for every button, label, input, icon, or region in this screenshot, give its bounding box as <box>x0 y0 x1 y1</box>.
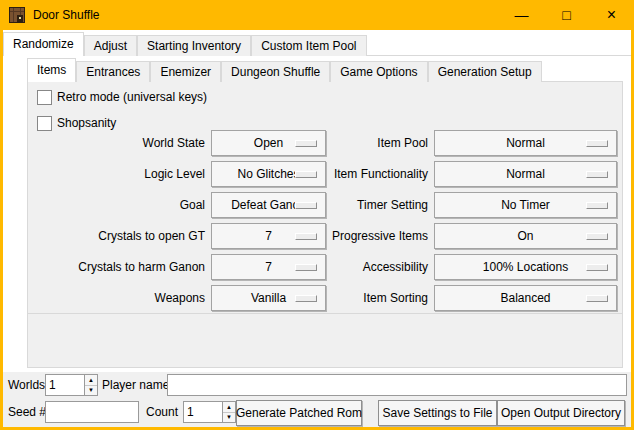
item-pool-label: Item Pool <box>253 130 428 156</box>
count-label: Count <box>146 401 178 423</box>
items-tab-page: Retro mode (universal keys) Shopsanity W… <box>27 82 623 368</box>
spinner-up-icon[interactable]: ▲ <box>85 375 97 386</box>
app-window: Door Shuffle — □ × Randomize Adjust Star… <box>0 0 634 430</box>
logic-level-label: Logic Level <box>33 161 205 187</box>
worlds-label: Worlds <box>8 374 45 396</box>
worlds-input[interactable] <box>45 374 84 396</box>
generate-patched-rom-button[interactable]: Generate Patched Rom <box>236 400 362 426</box>
world-state-label: World State <box>33 130 205 156</box>
window-content: Randomize Adjust Starting Inventory Cust… <box>3 30 631 427</box>
window-title: Door Shuffle <box>33 8 100 22</box>
spinner-down-icon[interactable]: ▼ <box>223 413 235 423</box>
dropdown-indicator-icon <box>586 233 608 240</box>
timer-setting-dropdown[interactable]: No Timer <box>434 192 617 218</box>
tab-adjust[interactable]: Adjust <box>84 35 137 56</box>
weapons-label: Weapons <box>33 285 205 311</box>
bottom-controls: Worlds ▲ ▼ Player names Seed # Count ▲ ▼ <box>3 372 631 427</box>
app-icon <box>9 7 25 23</box>
count-spinner-arrows[interactable]: ▲ ▼ <box>222 401 236 423</box>
tab-starting-inventory[interactable]: Starting Inventory <box>137 35 251 56</box>
dropdown-indicator-icon <box>586 140 608 147</box>
spinner-down-icon[interactable]: ▼ <box>85 386 97 396</box>
progressive-items-dropdown[interactable]: On <box>434 223 617 249</box>
minimize-button[interactable]: — <box>499 0 544 30</box>
seed-label: Seed # <box>8 401 46 423</box>
count-input[interactable] <box>183 401 222 423</box>
tab-game-options[interactable]: Game Options <box>330 61 427 82</box>
worlds-spinner: ▲ ▼ <box>45 374 98 396</box>
tab-custom-item-pool[interactable]: Custom Item Pool <box>251 35 366 56</box>
dropdown-indicator-icon <box>586 295 608 302</box>
tab-dungeon-shuffle[interactable]: Dungeon Shuffle <box>221 61 330 82</box>
close-button[interactable]: × <box>589 0 634 30</box>
shopsanity-checkbox[interactable] <box>37 116 52 131</box>
count-spinner: ▲ ▼ <box>183 401 236 423</box>
tab-randomize[interactable]: Randomize <box>3 32 84 56</box>
crystals-ganon-label: Crystals to harm Ganon <box>33 254 205 280</box>
panel-divider <box>28 313 622 314</box>
tab-enemizer[interactable]: Enemizer <box>150 61 221 82</box>
progressive-items-label: Progressive Items <box>253 223 428 249</box>
shopsanity-label: Shopsanity <box>57 116 116 130</box>
tab-entrances[interactable]: Entrances <box>76 61 150 82</box>
item-pool-dropdown[interactable]: Normal <box>434 130 617 156</box>
title-bar[interactable]: Door Shuffle — □ × <box>0 0 634 30</box>
worlds-spinner-arrows[interactable]: ▲ ▼ <box>84 374 98 396</box>
tab-items[interactable]: Items <box>27 58 76 82</box>
retro-mode-label: Retro mode (universal keys) <box>57 90 207 104</box>
player-names-label: Player names <box>102 374 175 396</box>
item-functionality-dropdown[interactable]: Normal <box>434 161 617 187</box>
tab-generation-setup[interactable]: Generation Setup <box>428 61 542 82</box>
item-sorting-dropdown[interactable]: Balanced <box>434 285 617 311</box>
item-sorting-label: Item Sorting <box>253 285 428 311</box>
maximize-button[interactable]: □ <box>544 0 589 30</box>
save-settings-button[interactable]: Save Settings to File <box>378 400 497 426</box>
randomize-tab-bar: Items Entrances Enemizer Dungeon Shuffle… <box>27 58 623 82</box>
retro-mode-checkbox[interactable] <box>37 90 52 105</box>
accessibility-dropdown[interactable]: 100% Locations <box>434 254 617 280</box>
spinner-up-icon[interactable]: ▲ <box>223 402 235 413</box>
player-names-input[interactable] <box>167 374 627 396</box>
dropdown-indicator-icon <box>586 202 608 209</box>
dropdown-indicator-icon <box>586 264 608 271</box>
seed-input[interactable] <box>45 401 139 423</box>
dropdown-indicator-icon <box>586 171 608 178</box>
shopsanity-checkbox-row: Shopsanity <box>37 116 116 130</box>
crystals-gt-label: Crystals to open GT <box>33 223 205 249</box>
item-functionality-label: Item Functionality <box>253 161 428 187</box>
main-tab-bar: Randomize Adjust Starting Inventory Cust… <box>3 32 631 56</box>
open-output-directory-button[interactable]: Open Output Directory <box>497 400 625 426</box>
timer-setting-label: Timer Setting <box>253 192 428 218</box>
accessibility-label: Accessibility <box>253 254 428 280</box>
retro-mode-checkbox-row: Retro mode (universal keys) <box>37 90 207 104</box>
goal-label: Goal <box>33 192 205 218</box>
